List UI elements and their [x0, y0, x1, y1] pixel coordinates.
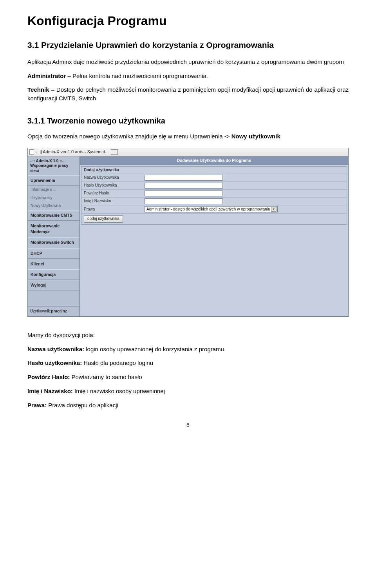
field-desc: Powtórz Hasło: Powtarzamy to samo hasło	[27, 373, 349, 381]
field-desc: Hasło użytkownika: Hasło dla podanego lo…	[27, 359, 349, 367]
chevron-down-icon[interactable]: ▾	[271, 207, 277, 212]
term-administrator: Administrator	[27, 73, 66, 79]
sidebar-item-klienci[interactable]: Klienci	[28, 259, 80, 269]
page-number: 8	[27, 421, 349, 429]
field-text: Prawa dostępu do aplikacji	[47, 402, 118, 408]
field-text: login osoby upoważnionej do korzystania …	[84, 346, 226, 352]
sidebar-spacer	[28, 290, 80, 306]
label-prawa: Prawa	[84, 207, 145, 212]
form-area: Dodaj użytkownika Nazwa Użytkownika Hasł…	[81, 166, 347, 225]
add-user-button[interactable]: dodaj użytkownika	[84, 215, 123, 223]
menu-path-target: Nowy użytkownik	[231, 133, 280, 140]
sidebar-footer: Użytkownik:pracainz	[28, 306, 80, 316]
input-haslo[interactable]	[145, 183, 223, 189]
sidebar-subitem-nowy-uzytkownik[interactable]: Nowy Użytkownik	[28, 202, 80, 210]
paragraph: Administrator – Pełna kontrola nad możli…	[27, 72, 349, 80]
field-name: Nazwa użytkownika:	[27, 346, 84, 352]
sidebar-item-modemy[interactable]: Monitorowanie Modemy>	[28, 221, 80, 237]
subsection-heading: 3.1.1 Tworzenie nowego użytkownika	[27, 115, 349, 127]
sidebar: ..:: Admin-X 1.0 ::.. Wspomaganie pracy …	[28, 156, 80, 316]
brand-title: ..:: Admin-X 1.0 ::..	[30, 159, 77, 164]
form-header: Dodaj użytkownika	[84, 167, 145, 173]
paragraph: Mamy do dyspozycji pola:	[27, 331, 349, 339]
paragraph: Technik – Dostęp do pełnych możliwości m…	[27, 85, 349, 103]
footer-label: Użytkownik:	[30, 309, 51, 313]
sidebar-subitem-uzytkownicy[interactable]: Użytkownicy	[28, 194, 80, 202]
document-icon	[29, 149, 34, 155]
window-control-icon	[111, 149, 118, 155]
window-title: ..:|| Admin-X.ver:1.0 arris - System d..…	[36, 149, 108, 155]
app-screenshot: ..:|| Admin-X.ver:1.0 arris - System d..…	[27, 148, 349, 317]
sidebar-subitem-info[interactable]: Informacje o ...	[28, 186, 80, 194]
section-heading: 3.1 Przydzielanie Uprawnień do korzystan…	[27, 39, 349, 51]
sidebar-item-konfiguracja[interactable]: Konfiguracja	[28, 269, 80, 280]
term-technik: Technik	[27, 86, 49, 93]
sidebar-item-cmts[interactable]: Monitorowanie CMTS	[28, 210, 80, 221]
field-desc: Prawa: Prawa dostępu do aplikacji	[27, 401, 349, 410]
text: – Pełna kontrola nad możliwościami oprog…	[66, 73, 208, 79]
select-prawa[interactable]: Administrator - dostęp do wszelkich opcj…	[145, 206, 278, 212]
field-desc: Nazwa użytkownika: login osoby upoważnio…	[27, 345, 349, 354]
sidebar-item-wyloguj[interactable]: Wyloguj	[28, 280, 80, 290]
text: Opcja do tworzenia nowego użytkownika zn…	[27, 133, 231, 140]
main-panel: Dodawanie Użytkownika do Programu Dodaj …	[80, 156, 348, 316]
field-name: Imię i Nazwisko:	[27, 388, 73, 394]
field-desc: Imię i Nazwisko: Imię i nazwisko osoby u…	[27, 387, 349, 396]
select-value: Administrator - dostęp do wszelkich opcj…	[146, 207, 271, 212]
paragraph: Aplikacja Adminx daje możliwość przydzie…	[27, 58, 349, 66]
field-name: Hasło użytkownika:	[27, 359, 82, 366]
label-nazwa: Nazwa Użytkownika	[84, 175, 145, 181]
sidebar-item-switch[interactable]: Monitorowanie Switch	[28, 237, 80, 248]
label-powtorz: Powtórz Hasło	[84, 191, 145, 196]
field-text: Hasło dla podanego loginu	[82, 359, 153, 366]
field-text: Imię i nazwisko osoby uprawnionej	[73, 388, 165, 394]
input-imie[interactable]	[145, 198, 223, 204]
input-nazwa[interactable]	[145, 175, 223, 181]
brand-subtitle: Wspomaganie pracy sieci	[30, 163, 77, 173]
sidebar-item-uprawnienia[interactable]: Uprawnienia	[28, 175, 80, 186]
brand-block: ..:: Admin-X 1.0 ::.. Wspomaganie pracy …	[28, 156, 80, 176]
sidebar-item-dhcp[interactable]: DHCP	[28, 248, 80, 259]
paragraph: Opcja do tworzenia nowego użytkownika zn…	[27, 132, 349, 141]
footer-username: pracainz	[51, 309, 67, 313]
text: – Dostęp do pełnych możliwości monitorow…	[27, 86, 349, 102]
label-imie: Imię i Nazwisko	[84, 198, 145, 204]
label-haslo: Hasło Użytkownika	[84, 183, 145, 189]
input-powtorz[interactable]	[145, 191, 223, 196]
blank-area	[80, 226, 348, 281]
field-name: Powtórz Hasło:	[27, 374, 70, 380]
page-title: Konfiguracja Programu	[27, 12, 349, 30]
window-titlebar: ..:|| Admin-X.ver:1.0 arris - System d..…	[28, 148, 348, 156]
field-name: Prawa:	[27, 402, 47, 408]
field-text: Powtarzamy to samo hasło	[70, 374, 142, 380]
panel-title: Dodawanie Użytkownika do Programu	[80, 156, 348, 165]
